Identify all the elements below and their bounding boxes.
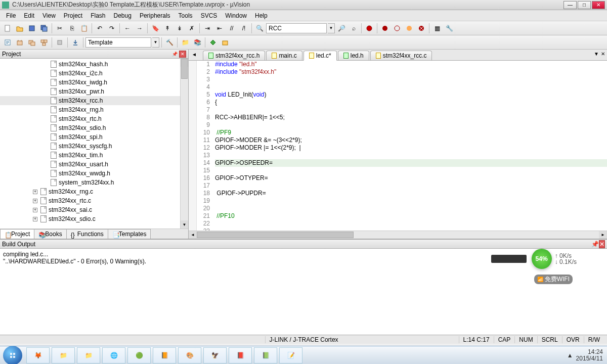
manage-rte-button[interactable]: [207, 37, 219, 48]
editor-tab[interactable]: stm32f4xx_rcc.c: [370, 51, 432, 60]
stop-build-button[interactable]: [54, 37, 65, 48]
build-button[interactable]: [14, 37, 25, 48]
maximize-button[interactable]: □: [578, 1, 591, 9]
tree-file[interactable]: stm32f4xx_tim.h: [0, 151, 188, 160]
editor-hscrollbar[interactable]: ◄ ►: [189, 231, 607, 239]
code-editor[interactable]: ✕ 12345678910111213141516171819202122232…: [189, 61, 607, 231]
expand-icon[interactable]: +: [33, 208, 37, 212]
debug-button[interactable]: [364, 23, 375, 34]
target-dropdown-button[interactable]: ▼: [152, 37, 159, 48]
options-button[interactable]: 🔨: [164, 37, 175, 48]
tree-file[interactable]: stm32f4xx_usart.h: [0, 160, 188, 169]
tree-file[interactable]: stm32f4xx_wwdg.h: [0, 169, 188, 178]
breakpoint-enable-button[interactable]: [392, 23, 403, 34]
tree-scrollbar[interactable]: ▲ ▼: [180, 59, 188, 229]
editor-tab[interactable]: main.c: [266, 51, 302, 60]
breakpoint-gutter[interactable]: ✕: [189, 61, 197, 231]
tree-group[interactable]: +stm32f4xx_sdio.c: [0, 214, 188, 223]
open-button[interactable]: [14, 23, 25, 34]
build-close-button[interactable]: ✕: [599, 240, 605, 248]
nav-fwd-button[interactable]: →: [134, 23, 145, 34]
comment-button[interactable]: //: [226, 23, 237, 34]
taskbar-app-6[interactable]: 📙: [153, 347, 176, 363]
tree-file[interactable]: stm32f4xx_syscfg.h: [0, 142, 188, 151]
scroll-thumb[interactable]: [181, 59, 188, 79]
close-button[interactable]: ✕: [592, 1, 605, 9]
tree-file[interactable]: stm32f4xx_rcc.h: [0, 96, 188, 105]
find-dropdown-button[interactable]: ▼: [328, 23, 335, 33]
tray-clock[interactable]: 14:24 2015/4/11: [576, 349, 603, 362]
breakpoint-kill-button[interactable]: [416, 23, 427, 34]
editor-tab[interactable]: stm32f4xx_rcc.h: [203, 51, 265, 60]
menu-svcs[interactable]: SVCS: [197, 11, 222, 20]
download-button[interactable]: [70, 37, 81, 48]
select-packs-button[interactable]: [220, 37, 231, 48]
tree-file[interactable]: stm32f4xx_iwdg.h: [0, 78, 188, 87]
taskbar-app-4[interactable]: 🌐: [102, 347, 125, 363]
save-button[interactable]: [26, 23, 37, 34]
build-output-body[interactable]: compiling led.c..."..\HARDWARE\LED\led.c…: [0, 249, 607, 335]
menu-window[interactable]: Window: [221, 11, 251, 20]
expand-icon[interactable]: +: [33, 199, 37, 203]
taskbar-app-1[interactable]: 🦊: [26, 347, 50, 363]
tab-dropdown-button[interactable]: ▼: [594, 51, 599, 57]
code-lines[interactable]: #include "led.h"#include "stm32f4xx.h"vo…: [212, 61, 607, 231]
pane-pin-button[interactable]: 📌: [171, 51, 178, 58]
cut-button[interactable]: ✂: [54, 23, 65, 34]
find-button[interactable]: 🔍: [254, 23, 265, 34]
bookmark-next-button[interactable]: ↡: [174, 23, 185, 34]
bookmark-button[interactable]: 🔖: [150, 23, 161, 34]
find-combobox[interactable]: RCC: [266, 23, 327, 33]
project-tab-functions[interactable]: {}Functions: [66, 229, 108, 239]
system-monitor-widget[interactable]: 54% ↑ 0K/s ↓ 0.1K/s: [491, 249, 577, 269]
outdent-button[interactable]: ⇤: [214, 23, 225, 34]
taskbar-app-7[interactable]: 🎨: [178, 347, 201, 363]
tree-group[interactable]: +stm32f4xx_sai.c: [0, 205, 188, 214]
expand-icon[interactable]: +: [33, 217, 37, 221]
save-all-button[interactable]: [38, 23, 50, 34]
tree-file[interactable]: stm32f4xx_sdio.h: [0, 123, 188, 132]
tree-file[interactable]: stm32f4xx_hash.h: [0, 60, 188, 69]
menu-help[interactable]: Help: [251, 11, 272, 20]
taskbar-app-9[interactable]: 📕: [229, 347, 252, 363]
menu-tools[interactable]: Tools: [175, 11, 197, 20]
hscroll-right[interactable]: ►: [599, 231, 607, 239]
batch-build-button[interactable]: [38, 37, 50, 48]
taskbar-app-10[interactable]: 📗: [254, 347, 277, 363]
window-layout-button[interactable]: ▦: [431, 23, 443, 34]
editor-tab[interactable]: led.h: [338, 51, 369, 60]
breakpoint-button[interactable]: [379, 23, 391, 34]
translate-button[interactable]: [2, 37, 13, 48]
manage-button[interactable]: 📚: [192, 37, 203, 48]
project-tree[interactable]: stm32f4xx_hash.hstm32f4xx_i2c.hstm32f4xx…: [0, 59, 188, 229]
incremental-find-button[interactable]: ⌕: [348, 23, 359, 34]
configure-button[interactable]: 🔧: [444, 23, 455, 34]
breakpoint-disable-button[interactable]: [404, 23, 415, 34]
bookmark-prev-button[interactable]: ↟: [162, 23, 173, 34]
menu-edit[interactable]: Edit: [20, 11, 38, 20]
menu-file[interactable]: File: [2, 11, 20, 20]
hscroll-left[interactable]: ◄: [189, 231, 197, 239]
menu-flash[interactable]: Flash: [86, 11, 109, 20]
tree-group[interactable]: +stm32f4xx_rtc.c: [0, 196, 188, 205]
expand-icon[interactable]: +: [33, 190, 37, 194]
file-ext-button[interactable]: 📁: [180, 37, 191, 48]
indent-button[interactable]: ⇥: [202, 23, 213, 34]
paste-button[interactable]: 📋: [78, 23, 90, 34]
taskbar-app-8[interactable]: 🦅: [203, 347, 227, 363]
bookmark-clear-button[interactable]: ✗: [186, 23, 197, 34]
minimize-button[interactable]: —: [563, 1, 577, 9]
editor-tab[interactable]: led.c*: [304, 51, 337, 61]
tab-nav-left[interactable]: ◄: [192, 52, 198, 57]
tree-file[interactable]: stm32f4xx_i2c.h: [0, 69, 188, 78]
tree-file[interactable]: stm32f4xx_pwr.h: [0, 87, 188, 96]
wifi-badge[interactable]: 📶 免费WIFI: [534, 275, 573, 284]
find-in-files-button[interactable]: 🔎: [336, 23, 347, 34]
nav-back-button[interactable]: ←: [122, 23, 133, 34]
tree-group[interactable]: +stm32f4xx_rng.c: [0, 187, 188, 196]
tab-close-button[interactable]: ✕: [601, 51, 605, 57]
pane-close-button[interactable]: ✕: [179, 51, 186, 58]
target-combo[interactable]: Template: [85, 37, 151, 48]
uncomment-button[interactable]: /!: [238, 23, 249, 34]
undo-button[interactable]: ↶: [94, 23, 105, 34]
